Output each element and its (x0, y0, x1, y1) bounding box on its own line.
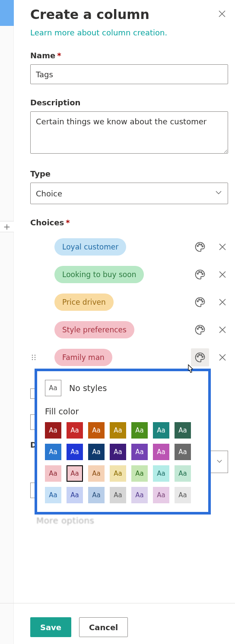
color-swatch[interactable]: Aa (131, 487, 148, 503)
background-box-edge (30, 483, 35, 498)
color-swatch[interactable]: Aa (110, 465, 126, 482)
description-label: Description (30, 98, 228, 107)
color-swatch[interactable]: Aa (153, 487, 169, 503)
svg-point-5 (199, 271, 200, 273)
footer-divider (0, 603, 235, 603)
color-swatch[interactable]: Aa (175, 444, 191, 460)
palette-icon[interactable] (191, 348, 209, 366)
palette-icon[interactable] (191, 238, 209, 256)
choice-row: Style preferences (30, 316, 228, 344)
cancel-button[interactable]: Cancel (79, 617, 128, 637)
create-column-panel: Create a column Learn more about column … (30, 7, 228, 371)
left-rail: + (0, 0, 14, 644)
palette-icon[interactable] (191, 321, 209, 339)
remove-choice-icon[interactable] (217, 352, 228, 363)
svg-point-0 (197, 245, 198, 246)
choice-pill[interactable]: Style preferences (54, 321, 134, 338)
color-swatch[interactable]: Aa (67, 444, 83, 460)
color-swatch[interactable]: Aa (45, 465, 61, 482)
choice-pill[interactable]: Looking to buy soon (54, 266, 144, 283)
choices-list: Loyal customerLooking to buy soonPrice d… (30, 233, 228, 371)
no-style-swatch[interactable]: Aa (45, 380, 61, 396)
svg-point-9 (199, 299, 200, 300)
choice-row: Price driven (30, 288, 228, 316)
color-swatch[interactable]: Aa (110, 487, 126, 503)
type-select[interactable]: Choice (30, 183, 228, 204)
color-swatch[interactable]: Aa (88, 465, 105, 482)
palette-icon[interactable] (191, 265, 209, 284)
color-swatch[interactable]: Aa (67, 465, 83, 482)
svg-point-15 (202, 328, 203, 330)
color-swatch[interactable]: Aa (153, 422, 169, 439)
svg-point-4 (197, 273, 198, 274)
panel-title: Create a column (30, 7, 149, 22)
choice-row: Loyal customer (30, 233, 228, 261)
palette-icon[interactable] (191, 293, 209, 311)
color-swatch[interactable]: Aa (67, 422, 83, 439)
color-swatch[interactable]: Aa (88, 422, 105, 439)
name-input[interactable] (30, 64, 228, 84)
remove-choice-icon[interactable] (217, 324, 228, 335)
color-swatch[interactable]: Aa (175, 487, 191, 503)
color-swatch[interactable]: Aa (45, 487, 61, 503)
choice-pill[interactable]: Loyal customer (54, 238, 126, 256)
color-swatch[interactable]: Aa (175, 422, 191, 439)
color-swatch[interactable]: Aa (175, 465, 191, 482)
learn-more-link[interactable]: Learn more about column creation. (30, 28, 167, 37)
choice-pill[interactable]: Price driven (54, 294, 114, 311)
color-swatch[interactable]: Aa (153, 444, 169, 460)
svg-point-21 (35, 359, 36, 360)
color-swatch[interactable]: Aa (131, 465, 148, 482)
svg-point-2 (201, 244, 202, 245)
svg-point-23 (199, 354, 200, 356)
remove-choice-icon[interactable] (217, 297, 228, 308)
choice-row: Family man (30, 344, 228, 371)
remove-choice-icon[interactable] (217, 269, 228, 280)
svg-point-6 (201, 271, 202, 273)
color-swatch[interactable]: Aa (67, 487, 83, 503)
svg-point-18 (32, 357, 33, 358)
svg-point-14 (201, 327, 202, 328)
svg-point-8 (197, 300, 198, 302)
color-swatch[interactable]: Aa (45, 444, 61, 460)
close-icon[interactable] (216, 8, 228, 22)
background-box-edge (30, 388, 35, 399)
fill-color-label: Fill color (45, 407, 200, 416)
color-swatch[interactable]: Aa (131, 422, 148, 439)
color-swatch[interactable]: Aa (153, 465, 169, 482)
svg-point-22 (197, 356, 198, 357)
drag-handle-icon[interactable] (30, 354, 37, 361)
description-input[interactable]: Certain things we know about the custome… (30, 111, 228, 154)
svg-point-19 (35, 357, 36, 358)
choices-label: Choices* (30, 218, 228, 227)
color-picker-popup: Aa No styles Fill color AaAaAaAaAaAaAaAa… (35, 369, 211, 515)
color-swatch[interactable]: Aa (88, 487, 105, 503)
name-label: Name* (30, 51, 228, 60)
type-label: Type (30, 169, 228, 178)
color-swatch[interactable]: Aa (131, 444, 148, 460)
svg-point-17 (35, 355, 36, 356)
svg-point-10 (201, 299, 202, 300)
remove-choice-icon[interactable] (217, 241, 228, 253)
background-box-edge (30, 414, 35, 430)
svg-point-20 (32, 359, 33, 360)
more-options-link[interactable]: More options (36, 515, 94, 526)
svg-point-11 (202, 301, 203, 302)
color-swatch[interactable]: Aa (45, 422, 61, 439)
svg-point-13 (199, 327, 200, 328)
left-rail-accent (0, 0, 14, 26)
left-rail-add[interactable]: + (0, 221, 14, 232)
color-swatch[interactable]: Aa (110, 422, 126, 439)
svg-point-1 (199, 244, 200, 245)
choice-pill[interactable]: Family man (54, 349, 112, 366)
svg-point-12 (197, 328, 198, 329)
svg-point-24 (201, 354, 202, 356)
choice-row: Looking to buy soon (30, 261, 228, 288)
color-swatch[interactable]: Aa (88, 444, 105, 460)
svg-point-7 (202, 273, 203, 275)
svg-point-16 (32, 355, 33, 356)
swatch-grid: AaAaAaAaAaAaAaAaAaAaAaAaAaAaAaAaAaAaAaAa… (45, 422, 200, 503)
color-swatch[interactable]: Aa (110, 444, 126, 460)
no-styles-label: No styles (69, 383, 107, 393)
save-button[interactable]: Save (30, 617, 71, 637)
